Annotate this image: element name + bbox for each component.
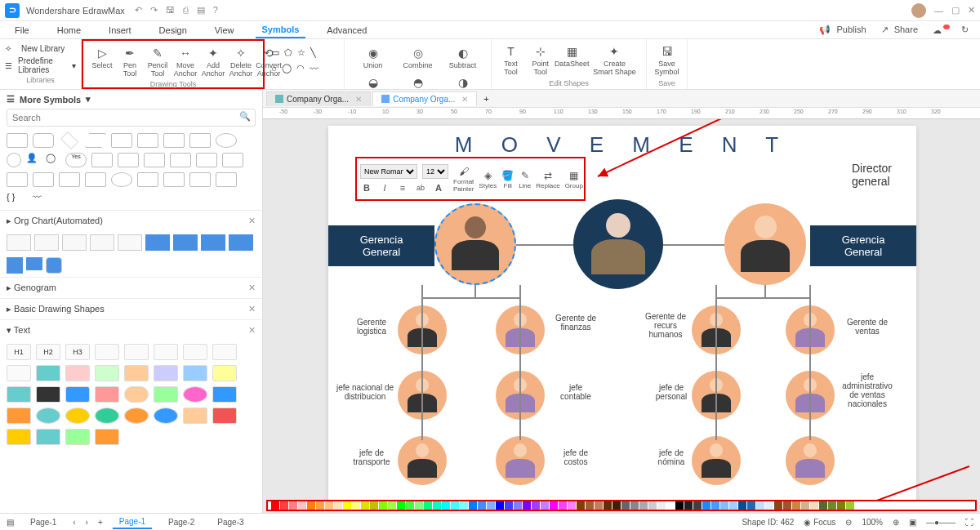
move-anchor-tool[interactable]: ↔Move Anchor (173, 44, 198, 80)
color-swatch[interactable] (433, 501, 441, 510)
oc-template[interactable] (229, 234, 253, 251)
shape-item[interactable] (7, 153, 21, 167)
text-shape[interactable] (36, 386, 60, 403)
canvas[interactable]: M O V E M E N T New Roman 12 B I ≡ ab (263, 119, 980, 500)
color-swatch[interactable] (774, 501, 782, 510)
shape-item[interactable]: 👤 (26, 153, 41, 167)
replace-button[interactable]: ⇄Replace (536, 169, 559, 189)
menu-symbols[interactable]: Symbols (256, 22, 306, 38)
subtract-button[interactable]: ◐Subtract (441, 44, 484, 72)
text-shape[interactable] (36, 408, 60, 424)
italic-button[interactable]: I (378, 181, 391, 194)
bold-button[interactable]: B (360, 181, 373, 194)
color-swatch[interactable] (469, 501, 477, 510)
text-shape[interactable] (95, 365, 119, 381)
menu-design[interactable]: Design (153, 23, 194, 38)
maximize-icon[interactable]: ▢ (951, 5, 960, 16)
color-swatch[interactable] (612, 501, 621, 510)
text-shape[interactable] (212, 365, 237, 381)
org-node[interactable] (786, 436, 835, 485)
shape-item[interactable] (111, 133, 132, 148)
color-swatch[interactable] (837, 501, 845, 510)
color-swatch[interactable] (756, 501, 764, 510)
shape-item[interactable] (222, 153, 243, 167)
text-shape[interactable] (65, 408, 90, 424)
text-shape[interactable] (95, 429, 119, 445)
menu-home[interactable]: Home (51, 23, 87, 38)
font-select[interactable]: New Roman (360, 164, 417, 179)
oc-template[interactable] (201, 234, 225, 251)
shape-arc[interactable]: ◠ (296, 63, 305, 73)
focus-toggle[interactable]: ◉ Focus (804, 518, 835, 527)
section-orgchart[interactable]: ▸ Org Chart(Automated)✕ (0, 210, 262, 231)
oc-template[interactable] (118, 234, 142, 251)
color-swatch[interactable] (343, 501, 351, 510)
shape-item[interactable] (85, 172, 106, 187)
fullscreen-icon[interactable]: ⛶ (965, 518, 973, 527)
shape-item[interactable] (196, 153, 217, 167)
shape-item[interactable] (189, 133, 211, 148)
color-swatch[interactable] (424, 501, 432, 510)
text-shape[interactable] (212, 386, 237, 403)
text-shape[interactable] (65, 386, 90, 403)
document-tab[interactable]: Company Orga...✕ (372, 91, 477, 106)
fit-page-icon[interactable]: ▣ (909, 518, 916, 527)
close-tab-icon[interactable]: ✕ (355, 95, 362, 104)
export-icon[interactable]: ▤ (197, 5, 205, 16)
color-swatch[interactable] (586, 501, 594, 510)
color-swatch[interactable] (550, 501, 558, 510)
color-swatch[interactable] (280, 501, 288, 510)
color-swatch[interactable] (693, 501, 702, 510)
color-swatch[interactable] (765, 501, 773, 510)
color-swatch[interactable] (388, 501, 396, 510)
text-shape[interactable] (154, 365, 178, 381)
document-tab[interactable]: Company Orga...✕ (266, 91, 371, 106)
org-node[interactable] (398, 436, 447, 485)
color-swatch[interactable] (352, 501, 360, 510)
menu-advanced[interactable]: Advanced (320, 23, 373, 38)
text-h2[interactable]: H2 (36, 344, 60, 360)
format-painter-button[interactable]: 🖌Format Painter (453, 165, 474, 193)
shape-item[interactable] (33, 133, 54, 148)
color-swatch[interactable] (801, 501, 809, 510)
text-shape[interactable] (124, 386, 149, 403)
color-swatch[interactable] (505, 501, 513, 510)
shape-star[interactable]: ☆ (297, 47, 305, 58)
color-swatch[interactable] (810, 501, 818, 510)
text-h1[interactable]: H1 (7, 344, 31, 360)
color-swatch[interactable] (639, 501, 648, 510)
shape-item[interactable] (216, 172, 237, 187)
oc-template[interactable] (7, 257, 23, 274)
color-swatch[interactable] (666, 501, 675, 510)
point-tool-button[interactable]: ⊹Point Tool (527, 42, 554, 79)
next-page-icon[interactable]: › (86, 518, 88, 527)
color-swatch[interactable] (523, 501, 531, 510)
text-shape[interactable] (95, 386, 119, 403)
shape-item[interactable] (163, 133, 185, 148)
color-swatch[interactable] (370, 501, 378, 510)
shape-item[interactable] (216, 133, 237, 148)
color-swatch[interactable] (379, 501, 387, 510)
color-swatch[interactable] (819, 501, 827, 510)
text-shape[interactable] (95, 408, 119, 424)
color-swatch[interactable] (648, 501, 657, 510)
text-shape[interactable] (36, 365, 60, 381)
shape-circle[interactable]: ○ (271, 64, 277, 73)
oc-template[interactable] (62, 234, 87, 251)
page-tab[interactable]: Page-3 (211, 516, 250, 528)
color-swatch[interactable] (334, 501, 342, 510)
close-icon[interactable]: ✕ (248, 216, 256, 226)
pencil-tool[interactable]: ✎Pencil Tool (145, 44, 170, 80)
text-shape[interactable] (95, 344, 119, 360)
shape-item[interactable] (189, 172, 211, 187)
color-swatch[interactable] (783, 501, 791, 510)
text-shape[interactable] (124, 365, 149, 381)
page-tab[interactable]: Page-2 (162, 516, 201, 528)
oc-template[interactable] (145, 234, 170, 251)
shape-curve[interactable]: 〰 (310, 64, 318, 73)
color-swatch[interactable] (487, 501, 495, 510)
node-top-right[interactable] (724, 203, 806, 285)
more-symbols-header[interactable]: ☰ More Symbols ▾ (0, 90, 262, 109)
shape-ellipse[interactable]: ◯ (282, 63, 292, 73)
clock-icon[interactable]: ↻ (958, 24, 972, 35)
